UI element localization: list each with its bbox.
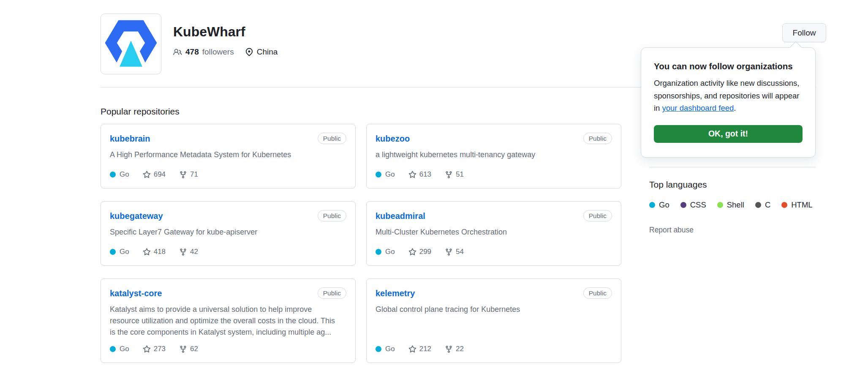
popover-body: Organization activity like new discussio… <box>654 77 803 115</box>
repo-forks: 54 <box>445 248 464 256</box>
follow-button[interactable]: Follow <box>782 23 826 42</box>
followers-label: followers <box>202 47 234 57</box>
star-outline-icon <box>143 248 151 256</box>
top-languages-list: Go CSS Shell C HTML <box>649 200 816 210</box>
repo-meta: Go 694 71 <box>110 164 346 179</box>
language-dot-icon <box>717 202 723 208</box>
repo-card: kubeadmiral Public Multi-Cluster Kuberne… <box>366 201 621 266</box>
repo-language-label: Go <box>385 248 395 256</box>
org-avatar[interactable] <box>101 14 161 74</box>
repo-link[interactable]: kubebrain <box>110 134 150 144</box>
repo-stars: 418 <box>143 248 166 256</box>
repo-language: Go <box>375 248 395 256</box>
repo-forks-count: 51 <box>456 170 464 179</box>
top-language-item[interactable]: CSS <box>680 200 706 210</box>
repo-card: kubegateway Public Specific Layer7 Gatew… <box>101 201 356 266</box>
fork-icon <box>179 171 187 179</box>
popover-text-end: . <box>734 104 736 112</box>
fork-icon <box>179 345 187 353</box>
star-outline-icon <box>408 248 416 256</box>
repo-stars-count: 418 <box>154 248 166 256</box>
org-name: KubeWharf <box>173 24 245 40</box>
repo-link[interactable]: kubezoo <box>375 134 410 144</box>
repo-stars-count: 212 <box>419 345 431 353</box>
language-dot-icon <box>375 172 381 177</box>
repo-language: Go <box>375 345 395 353</box>
star-outline-icon <box>143 171 151 179</box>
repo-meta: Go 273 62 <box>110 338 346 353</box>
repo-visibility-badge: Public <box>583 133 612 144</box>
language-dot-icon <box>110 249 116 255</box>
top-language-item[interactable]: Shell <box>717 200 744 210</box>
followers-group[interactable]: 478 followers <box>173 47 234 57</box>
repo-description: Specific Layer7 Gateway for kube-apiserv… <box>110 226 346 238</box>
top-language-label: HTML <box>791 200 812 210</box>
repo-card-header: kelemetry Public <box>375 288 612 299</box>
repo-stars: 299 <box>408 248 431 256</box>
top-language-item[interactable]: Go <box>649 200 669 210</box>
follow-org-popover: You can now follow organizations Organiz… <box>641 47 816 158</box>
repo-stars-count: 273 <box>154 345 166 353</box>
repo-visibility-badge: Public <box>318 287 346 299</box>
repo-card-header: kubeadmiral Public <box>375 211 612 221</box>
repo-description: a lightweight kubernetes multi-tenancy g… <box>375 149 612 161</box>
repo-stars-count: 613 <box>419 170 431 179</box>
people-icon <box>173 48 182 57</box>
popover-caret <box>790 41 802 53</box>
repo-forks: 42 <box>179 248 198 256</box>
fork-icon <box>445 248 453 256</box>
repo-visibility-badge: Public <box>583 287 612 299</box>
repo-language: Go <box>110 248 129 256</box>
repo-link[interactable]: kubegateway <box>110 211 163 221</box>
repo-forks-count: 62 <box>190 345 198 353</box>
repo-description: Multi-Cluster Kubernetes Orchestration <box>375 226 612 238</box>
repo-link[interactable]: katalyst-core <box>110 288 162 298</box>
repo-forks: 71 <box>179 170 198 179</box>
repo-card: katalyst-core Public Katalyst aims to pr… <box>101 278 356 363</box>
repo-visibility-badge: Public <box>583 210 612 221</box>
kubewharf-logo-icon <box>104 17 158 71</box>
language-dot-icon <box>375 346 381 352</box>
top-language-label: C <box>765 200 770 210</box>
dashboard-feed-link[interactable]: your dashboard feed <box>662 104 734 112</box>
report-abuse-link[interactable]: Report abuse <box>649 226 694 235</box>
repo-link[interactable]: kelemetry <box>375 288 415 298</box>
repo-grid: kubebrain Public A High Performance Meta… <box>101 124 621 363</box>
repo-language-label: Go <box>120 248 129 256</box>
popover-title: You can now follow organizations <box>654 61 803 71</box>
repo-card: kubezoo Public a lightweight kubernetes … <box>366 124 621 188</box>
repo-stars: 212 <box>408 345 431 353</box>
repo-language: Go <box>375 170 395 179</box>
org-meta: 478 followers China <box>173 47 278 57</box>
top-language-item[interactable]: C <box>755 200 770 210</box>
location-group: China <box>245 47 278 57</box>
repo-link[interactable]: kubeadmiral <box>375 211 425 221</box>
repo-language-label: Go <box>120 345 129 353</box>
repo-forks-count: 71 <box>190 170 198 179</box>
repo-forks-count: 42 <box>190 248 198 256</box>
repo-forks-count: 54 <box>456 248 464 256</box>
repo-meta: Go 212 22 <box>375 338 612 353</box>
repo-meta: Go 299 54 <box>375 241 612 256</box>
ok-got-it-button[interactable]: OK, got it! <box>654 125 803 143</box>
top-languages-title: Top languages <box>649 180 816 190</box>
language-dot-icon <box>680 202 686 208</box>
language-dot-icon <box>781 202 787 208</box>
fork-icon <box>179 248 187 256</box>
top-language-item[interactable]: HTML <box>781 200 812 210</box>
repo-visibility-badge: Public <box>318 133 346 144</box>
repo-forks: 51 <box>445 170 464 179</box>
repo-card-header: kubezoo Public <box>375 134 612 144</box>
repo-description: A High Performance Metadata System for K… <box>110 149 346 161</box>
repo-stars: 273 <box>143 345 166 353</box>
sidebar: Top languages Go CSS Shell C HTML Report… <box>649 167 816 235</box>
star-outline-icon <box>408 171 416 179</box>
repo-stars: 613 <box>408 170 431 179</box>
repo-description: Global control plane tracing for Kuberne… <box>375 304 612 315</box>
repo-meta: Go 613 51 <box>375 164 612 179</box>
language-dot-icon <box>649 202 655 208</box>
popular-repositories-title: Popular repositories <box>101 106 180 117</box>
org-location: China <box>257 47 278 57</box>
top-language-label: Shell <box>727 200 744 210</box>
repo-stars-count: 299 <box>419 248 431 256</box>
